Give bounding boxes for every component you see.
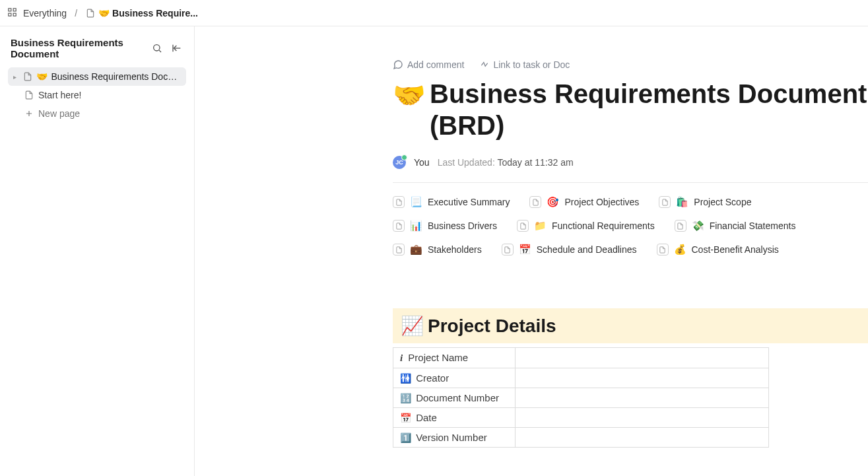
breadcrumb-root[interactable]: Everything (20, 7, 69, 20)
sidebar-item-start[interactable]: Start here! (8, 86, 186, 104)
table-row: 1️⃣ Version Number (393, 428, 769, 448)
avatar[interactable]: JC (393, 156, 406, 169)
cell-label: 📅 Date (393, 408, 516, 428)
subpage-link[interactable]: 💰Cost-Benefit Analysis (657, 244, 779, 255)
doc-icon (393, 196, 405, 208)
table-row: 🔢 Document Number (393, 388, 769, 408)
link-emoji: 💼 (410, 244, 422, 255)
author-you: You (414, 157, 430, 168)
row-icon: 📅 (400, 413, 411, 423)
row-icon: 🚻 (400, 373, 411, 384)
cell-label: 🚻 Creator (393, 368, 516, 388)
table-row: 🚻 Creator (393, 368, 769, 388)
chart-up-icon: 📈 (401, 315, 424, 337)
cell-value[interactable] (516, 408, 769, 428)
doc-icon (393, 220, 405, 232)
doc-icon (23, 71, 32, 82)
svg-line-5 (159, 50, 161, 52)
doc-icon (393, 244, 405, 255)
link-label: Schedule and Deadlines (537, 244, 637, 255)
link-emoji: 📊 (410, 220, 422, 232)
updated-value: Today at 11:32 am (497, 157, 573, 168)
subpage-link[interactable]: 📊Business Drivers (393, 220, 497, 232)
app-grid-icon[interactable] (8, 8, 17, 18)
link-emoji: 📃 (410, 196, 422, 208)
project-details-table: i Project Name🚻 Creator🔢 Document Number… (393, 347, 769, 448)
subpage-link[interactable]: 🎯Project Objectives (529, 196, 639, 208)
link-label: Stakeholders (428, 244, 482, 255)
doc-icon (85, 8, 96, 18)
subpage-link[interactable]: 📃Executive Summary (393, 196, 510, 208)
svg-rect-3 (13, 13, 16, 16)
doc-icon (675, 220, 686, 232)
link-label: Functional Requirements (552, 221, 655, 231)
link-emoji: 🛍️ (676, 196, 688, 208)
link-label: Executive Summary (428, 197, 510, 207)
section-project-details: 📈 Project Details (393, 308, 868, 343)
new-page-button[interactable]: New page (8, 104, 186, 123)
cell-value[interactable] (516, 428, 769, 448)
link-emoji: 🎯 (547, 196, 559, 208)
link-emoji: 💸 (692, 220, 704, 232)
sidebar-item-label: Business Requirements Document ... (51, 71, 182, 82)
info-icon: i (400, 353, 403, 363)
row-icon: 1️⃣ (400, 432, 411, 443)
cell-label: i Project Name (393, 348, 516, 368)
table-row: 📅 Date (393, 408, 769, 428)
main-content: Add comment Link to task or Doc 🤝 Busine… (195, 26, 868, 476)
topbar: Everything / 🤝 Business Require... (0, 0, 868, 26)
updated-label: Last Updated: (438, 157, 495, 168)
link-label: Business Drivers (428, 221, 497, 231)
search-icon[interactable] (150, 42, 164, 55)
sidebar-item-label: Start here! (38, 90, 81, 100)
svg-rect-2 (9, 13, 11, 16)
breadcrumb-sep: / (75, 8, 77, 18)
sidebar-title: Business Requirements Document (11, 37, 150, 59)
link-label: Project Objectives (564, 197, 639, 207)
doc-icon (659, 196, 671, 208)
doc-icon (657, 244, 669, 255)
subpage-link[interactable]: 💸Financial Statements (675, 220, 796, 232)
link-task-button[interactable]: Link to task or Doc (480, 59, 570, 70)
cell-label: 1️⃣ Version Number (393, 428, 516, 448)
doc-title[interactable]: 🤝 Business Requirements Document (BRD) (393, 78, 868, 141)
subpage-links: 📃Executive Summary🎯Project Objectives🛍️P… (393, 196, 868, 255)
sidebar: Business Requirements Document ▸ 🤝 Busin… (0, 26, 195, 476)
link-label: Project Scope (694, 197, 751, 207)
svg-point-4 (154, 45, 160, 51)
doc-icon (24, 90, 34, 100)
table-row: i Project Name (393, 348, 769, 368)
doc-icon (502, 244, 514, 255)
subpage-link[interactable]: 📁Functional Requirements (517, 220, 655, 232)
link-label: Cost-Benefit Analysis (692, 244, 779, 255)
subpage-link[interactable]: 💼Stakeholders (393, 244, 482, 255)
cell-value[interactable] (516, 388, 769, 408)
cell-value[interactable] (516, 348, 769, 368)
plus-icon (24, 108, 34, 119)
sidebar-item-brd[interactable]: ▸ 🤝 Business Requirements Document ... (8, 67, 186, 86)
cell-label: 🔢 Document Number (393, 388, 516, 408)
link-emoji: 📅 (519, 244, 531, 255)
row-icon: 🔢 (400, 393, 411, 403)
subpage-link[interactable]: 📅Schedule and Deadlines (502, 244, 637, 255)
doc-icon (517, 220, 529, 232)
svg-rect-1 (13, 8, 16, 11)
svg-rect-0 (9, 8, 11, 11)
doc-emoji[interactable]: 🤝 (393, 79, 426, 111)
divider (393, 182, 868, 183)
collapse-sidebar-icon[interactable] (170, 42, 184, 55)
breadcrumb-current[interactable]: 🤝 Business Require... (83, 7, 201, 20)
link-emoji: 💰 (674, 244, 686, 255)
link-emoji: 📁 (534, 220, 547, 232)
doc-meta: JC You Last Updated: Today at 11:32 am (393, 156, 868, 169)
doc-icon (529, 196, 541, 208)
cell-value[interactable] (516, 368, 769, 388)
add-comment-button[interactable]: Add comment (393, 59, 464, 70)
subpage-link[interactable]: 🛍️Project Scope (659, 196, 751, 208)
link-label: Financial Statements (710, 221, 796, 231)
chevron-right-icon[interactable]: ▸ (13, 73, 19, 81)
